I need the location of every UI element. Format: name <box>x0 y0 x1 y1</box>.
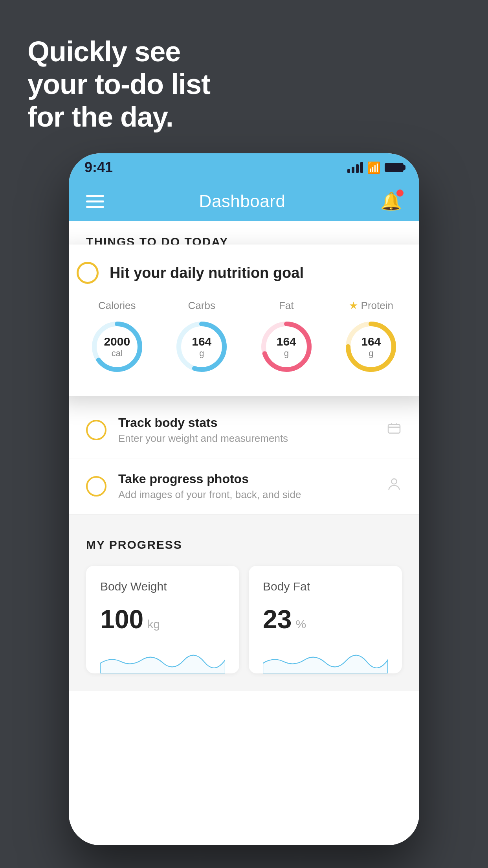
donut-chart: 164 g <box>257 317 316 376</box>
signal-icon <box>347 162 363 173</box>
nutrition-item-carbs: Carbs 164 g <box>172 300 231 376</box>
todo-sub-label: Enter your weight and measurements <box>118 432 374 445</box>
headline-line2: your to-do list <box>28 68 210 101</box>
progress-value: 23 <box>263 604 292 634</box>
donut-unit: cal <box>104 348 130 359</box>
todo-main-label: Take progress photos <box>118 472 374 486</box>
donut-value: 2000 <box>104 335 130 348</box>
todo-text: Track body stats Enter your weight and m… <box>118 416 374 445</box>
mini-chart <box>100 650 225 673</box>
svg-rect-8 <box>388 425 400 433</box>
todo-item[interactable]: Take progress photos Add images of your … <box>69 458 419 515</box>
phone-mockup: 9:41 📶 Dashboard 🔔 THINGS TO D <box>69 153 419 845</box>
nutrition-label: Protein <box>361 300 393 312</box>
donut-chart: 2000 cal <box>88 317 147 376</box>
progress-title: MY PROGRESS <box>86 538 402 552</box>
battery-icon <box>385 163 404 172</box>
nav-bar: Dashboard 🔔 <box>69 182 419 221</box>
wifi-icon: 📶 <box>367 161 381 174</box>
donut-value: 164 <box>277 335 296 348</box>
progress-value: 100 <box>100 604 143 634</box>
task-check-circle[interactable] <box>77 262 99 284</box>
status-bar: 9:41 📶 <box>69 153 419 182</box>
card-header: Hit your daily nutrition goal <box>77 262 411 284</box>
bell-icon[interactable]: 🔔 <box>380 191 402 211</box>
progress-card-title: Body Fat <box>263 580 388 593</box>
donut-unit: g <box>277 348 296 359</box>
donut-value: 164 <box>361 335 381 348</box>
nutrition-item-protein: ★Protein 164 g <box>341 300 400 376</box>
nutrition-row: Calories 2000 cal Carbs 164 g Fat <box>77 300 411 376</box>
nav-title: Dashboard <box>199 191 286 211</box>
progress-cards: Body Weight 100 kg Body Fat 23 % <box>86 566 402 673</box>
headline-text: Quickly see your to-do list for the day. <box>28 35 210 133</box>
nutrition-item-fat: Fat 164 g <box>257 300 316 376</box>
todo-circle <box>86 420 106 440</box>
nutrition-label: Calories <box>98 300 136 312</box>
progress-unit: % <box>295 618 306 631</box>
todo-text: Take progress photos Add images of your … <box>118 472 374 501</box>
svg-point-9 <box>391 479 396 484</box>
nutrition-card: Hit your daily nutrition goal Calories 2… <box>69 245 419 396</box>
progress-unit: kg <box>147 618 160 631</box>
donut-unit: g <box>192 348 211 359</box>
donut-unit: g <box>361 348 381 359</box>
nutrition-label: Fat <box>279 300 294 312</box>
todo-main-label: Track body stats <box>118 416 374 430</box>
donut-value: 164 <box>192 335 211 348</box>
nutrition-item-calories: Calories 2000 cal <box>88 300 147 376</box>
progress-card[interactable]: Body Weight 100 kg <box>86 566 239 673</box>
card-title: Hit your daily nutrition goal <box>110 265 304 281</box>
status-icons: 📶 <box>347 161 404 174</box>
todo-item-icon <box>386 477 402 496</box>
status-time: 9:41 <box>84 159 113 176</box>
todo-circle <box>86 476 106 497</box>
todo-item-icon <box>386 421 402 440</box>
headline-line3: for the day. <box>28 101 210 133</box>
mini-chart <box>263 650 388 673</box>
progress-section: MY PROGRESS Body Weight 100 kg Body Fat … <box>69 515 419 691</box>
donut-chart: 164 g <box>341 317 400 376</box>
donut-chart: 164 g <box>172 317 231 376</box>
progress-card-title: Body Weight <box>100 580 225 593</box>
todo-sub-label: Add images of your front, back, and side <box>118 489 374 501</box>
bell-notification-dot <box>396 189 404 197</box>
progress-card[interactable]: Body Fat 23 % <box>249 566 402 673</box>
todo-item[interactable]: Track body stats Enter your weight and m… <box>69 402 419 458</box>
headline-line1: Quickly see <box>28 35 210 68</box>
nutrition-label: Carbs <box>188 300 215 312</box>
hamburger-menu[interactable] <box>86 195 104 208</box>
